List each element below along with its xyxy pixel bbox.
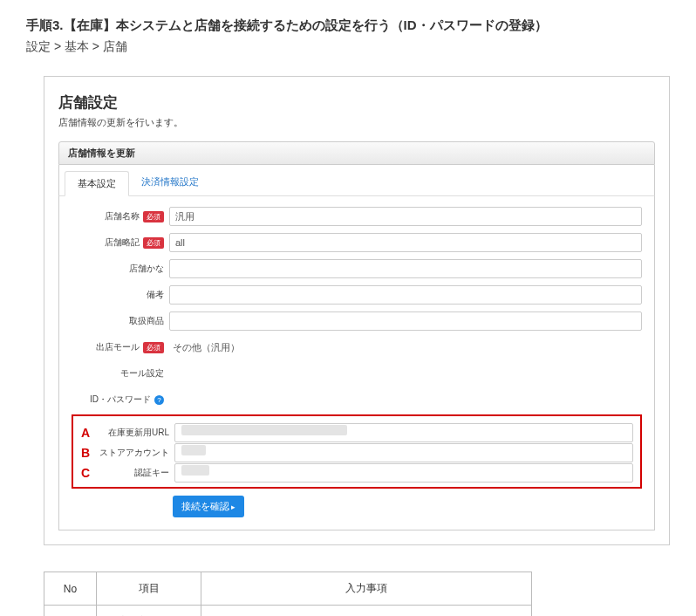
label-shop-kana: 店舗かな (89, 263, 169, 275)
marker-c: C (77, 466, 94, 480)
step-title: 手順3.【在庫】本システムと店舗を接続するための設定を行う（ID・パスワードの登… (26, 17, 670, 34)
section-header: 店舗情報を更新 (58, 141, 655, 165)
marker-b: B (77, 446, 94, 460)
input-note[interactable] (169, 285, 642, 305)
input-shop-name[interactable] (169, 207, 642, 226)
panel-title: 店舗設定 (58, 92, 655, 113)
marker-a: A (77, 426, 94, 440)
label-id-password: ID・パスワード? (89, 394, 169, 406)
tab-payment[interactable]: 決済情報設定 (129, 170, 211, 195)
th-no: No (44, 572, 97, 606)
form-area: 店舗名称必須 店舗略記必須 店舗かな 備考 (58, 196, 655, 530)
panel-desc: 店舗情報の更新を行います。 (58, 116, 655, 129)
th-input: 入力事項 (201, 572, 532, 606)
tabs: 基本設定 決済情報設定 (58, 165, 655, 196)
required-badge: 必須 (143, 211, 164, 222)
label-store-account: ストアアカウント (94, 447, 174, 459)
highlight-box: A 在庫更新用URL B ストアアカウント C 認証キー (72, 414, 642, 489)
input-handle-item[interactable] (169, 311, 642, 331)
value-mall: その他（汎用） (169, 341, 642, 354)
label-shop-abbr: 店舗略記必須 (89, 236, 169, 249)
required-badge: 必須 (143, 237, 164, 249)
tab-basic[interactable]: 基本設定 (65, 171, 129, 196)
label-mall: 出店モール必須 (89, 341, 169, 353)
confirm-button[interactable]: 接続を確認 (173, 496, 244, 517)
input-shop-kana[interactable] (169, 259, 642, 278)
table-row: A 在庫更新用URL サイトURL/next/stock（例：https://s… (44, 606, 532, 617)
breadcrumb: 設定 > 基本 > 店舗 (26, 39, 670, 55)
required-badge: 必須 (143, 342, 164, 353)
th-item: 項目 (97, 572, 201, 606)
label-auth-key: 認証キー (94, 467, 174, 479)
settings-panel: 店舗設定 店舗情報の更新を行います。 店舗情報を更新 基本設定 決済情報設定 店… (44, 76, 670, 545)
input-shop-abbr[interactable] (169, 233, 642, 252)
label-note: 備考 (89, 289, 169, 301)
label-handle-item: 取扱商品 (89, 315, 169, 327)
label-mall-setting: モール設定 (89, 367, 169, 380)
label-stock-url: 在庫更新用URL (94, 427, 174, 439)
reference-table: No 項目 入力事項 A 在庫更新用URL サイトURL/next/stock（… (44, 572, 532, 616)
input-stock-url[interactable] (174, 423, 633, 442)
info-icon[interactable]: ? (154, 395, 164, 405)
input-store-account[interactable] (174, 443, 633, 462)
input-auth-key[interactable] (174, 463, 633, 483)
label-shop-name: 店舗名称必須 (89, 210, 169, 222)
